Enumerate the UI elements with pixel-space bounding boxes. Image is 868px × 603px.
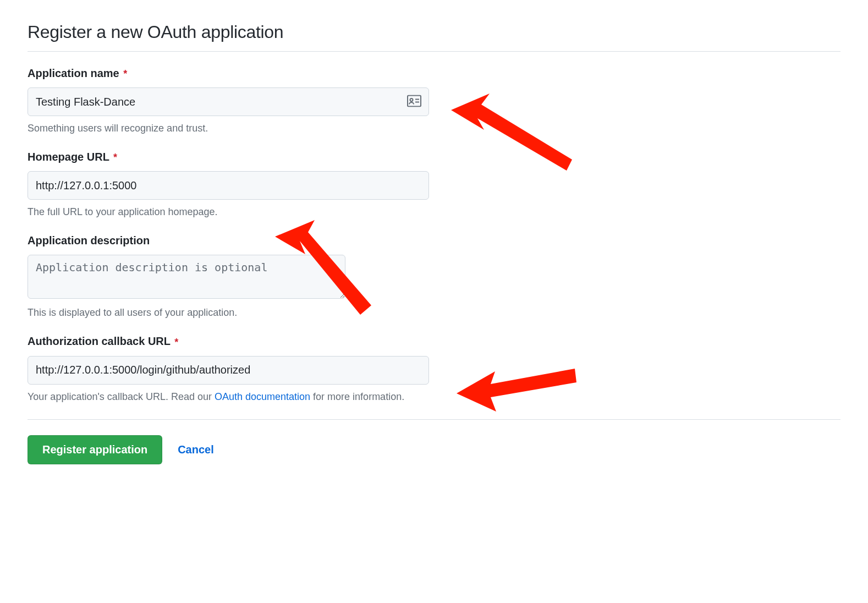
cancel-button[interactable]: Cancel [178, 443, 214, 456]
required-star: * [174, 337, 178, 348]
homepage-url-group: Homepage URL * The full URL to your appl… [28, 151, 840, 218]
homepage-url-input[interactable] [28, 171, 429, 200]
homepage-url-label-text: Homepage URL [28, 151, 109, 163]
callback-url-help: Your application's callback URL. Read ou… [28, 391, 840, 403]
app-name-help: Something users will recognize and trust… [28, 123, 840, 134]
register-application-button[interactable]: Register application [28, 435, 162, 464]
homepage-url-label: Homepage URL * [28, 151, 840, 163]
title-separator [28, 51, 840, 52]
page-title: Register a new OAuth application [28, 22, 840, 42]
app-name-label-text: Application name [28, 67, 119, 79]
homepage-url-help: The full URL to your application homepag… [28, 206, 840, 218]
description-label: Application description [28, 234, 840, 247]
callback-help-prefix: Your application's callback URL. Read ou… [28, 391, 215, 402]
callback-url-input[interactable] [28, 356, 429, 385]
oauth-docs-link[interactable]: OAuth documentation [215, 391, 310, 402]
app-name-input[interactable] [28, 87, 429, 116]
actions-separator [28, 419, 840, 420]
description-textarea[interactable] [28, 255, 345, 299]
callback-url-group: Authorization callback URL * Your applic… [28, 335, 840, 402]
description-group: Application description This is displaye… [28, 234, 840, 319]
actions-row: Register application Cancel [28, 435, 840, 464]
callback-url-label-text: Authorization callback URL [28, 335, 171, 347]
required-star: * [123, 68, 127, 79]
app-name-group: Application name * Something users will … [28, 67, 840, 134]
description-help: This is displayed to all users of your a… [28, 307, 840, 319]
callback-help-suffix: for more information. [310, 391, 404, 402]
callback-url-label: Authorization callback URL * [28, 335, 840, 348]
app-name-label: Application name * [28, 67, 840, 80]
required-star: * [113, 152, 117, 163]
app-name-input-wrap [28, 87, 429, 116]
